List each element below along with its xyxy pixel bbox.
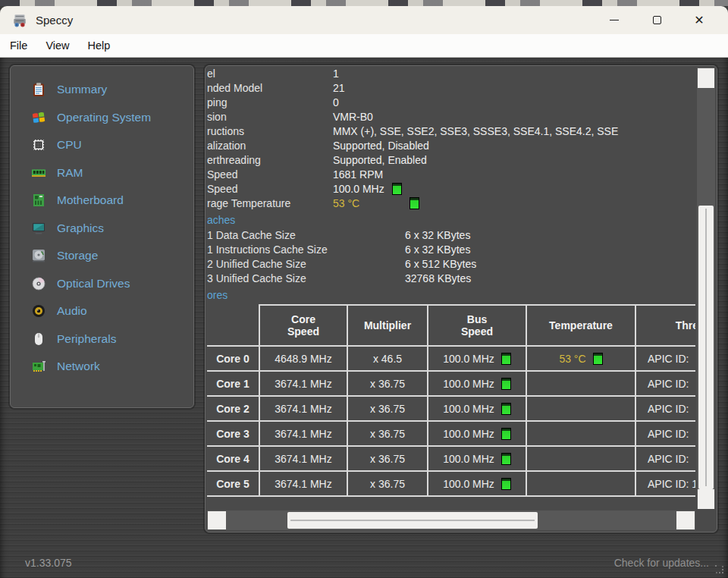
col-header-temperature: Temperature — [526, 305, 635, 346]
ram-icon — [31, 165, 46, 181]
field-row: 3 Unified Cache Size32768 KBytes — [207, 272, 695, 286]
sidebar-item-motherboard[interactable]: Motherboard — [11, 187, 193, 215]
chip-icon — [31, 137, 46, 152]
cpu-details: el1 nded Model21 ping0 sionVMR-B0 ructio… — [207, 67, 695, 509]
horizontal-scrollbar[interactable] — [207, 510, 695, 530]
temperature-gauge — [410, 197, 419, 209]
sidebar-item-label: Network — [57, 360, 100, 373]
field-row: el1 — [207, 67, 695, 81]
level-gauge — [392, 183, 402, 195]
scroll-left-button[interactable] — [208, 511, 226, 529]
clipboard-icon — [31, 82, 46, 97]
col-header-multiplier: Multiplier — [347, 305, 428, 346]
field-row: 2 Unified Cache Size6 x 512 KBytes — [207, 257, 695, 272]
minimize-button[interactable] — [593, 6, 635, 34]
col-header-bus-speed: Bus Speed — [456, 313, 498, 338]
field-row: sionVMR-B0 — [207, 110, 695, 124]
sidebar-item-ram[interactable]: RAM — [11, 159, 193, 187]
bus-speed-gauge — [501, 428, 511, 440]
close-icon: ✕ — [694, 14, 704, 27]
menu-help[interactable]: Help — [88, 39, 111, 52]
app-body: Summary Operating System CPU RAM Motherb… — [0, 58, 728, 578]
sidebar-item-cpu[interactable]: CPU — [11, 131, 193, 159]
vertical-scroll-thumb[interactable] — [698, 206, 714, 489]
sidebar-item-audio[interactable]: Audio — [11, 297, 193, 325]
sidebar-item-network[interactable]: Network — [11, 353, 193, 381]
caches-section-header: aches — [207, 213, 695, 228]
sidebar-item-storage[interactable]: Storage — [11, 242, 193, 270]
sidebar-item-peripherals[interactable]: Peripherals — [11, 325, 193, 353]
sidebar-item-summary[interactable]: Summary — [11, 76, 193, 104]
field-row: Speed1681 RPM — [207, 168, 695, 182]
speaker-icon — [31, 303, 46, 319]
sidebar-item-label: Optical Drives — [57, 277, 130, 291]
cores-table: Core Speed Multiplier Bus Speed Temperat… — [207, 304, 695, 497]
maximize-button[interactable] — [635, 6, 678, 34]
table-row: Core 0 4648.9 MHz x 46.5 100.0 MHz 53 °C… — [207, 346, 695, 371]
check-for-updates-link[interactable]: Check for updates... — [614, 557, 709, 569]
sidebar-item-optical-drives[interactable]: Optical Drives — [11, 270, 193, 298]
sidebar-item-label: Summary — [57, 83, 107, 96]
temperature-gauge — [593, 353, 603, 365]
sidebar-item-label: Peripherals — [57, 332, 116, 346]
menubar: File View Help — [0, 34, 728, 58]
scroll-up-button[interactable] — [698, 68, 714, 88]
sidebar-item-label: Storage — [57, 249, 98, 262]
speccy-window: Speccy ✕ File View Help Summary Operatin… — [0, 0, 728, 578]
sidebar-item-operating-system[interactable]: Operating System — [11, 104, 193, 132]
sidebar-item-label: Motherboard — [57, 193, 124, 207]
sidebar-item-label: Audio — [57, 304, 87, 318]
scroll-right-button[interactable] — [676, 511, 695, 529]
sidebar-item-label: RAM — [57, 166, 83, 180]
field-row: alizationSupported, Disabled — [207, 139, 695, 153]
field-row: nded Model21 — [207, 81, 695, 96]
table-row: Core 3 3674.1 MHz x 36.75 100.0 MHz APIC… — [207, 421, 695, 446]
table-header-row: Core Speed Multiplier Bus Speed Temperat… — [207, 305, 695, 346]
titlebar: Speccy ✕ — [0, 6, 728, 34]
sidebar: Summary Operating System CPU RAM Motherb… — [10, 65, 194, 408]
corner-cell — [207, 305, 259, 346]
bus-speed-gauge — [501, 378, 511, 390]
table-row: Core 4 3674.1 MHz x 36.75 100.0 MHz APIC… — [207, 446, 695, 471]
cpu-content-panel: el1 nded Model21 ping0 sionVMR-B0 ructio… — [205, 65, 717, 532]
sidebar-item-graphics[interactable]: Graphics — [11, 215, 193, 243]
version-label: v1.33.075 — [25, 557, 72, 569]
network-card-icon — [31, 359, 46, 374]
table-row: Core 1 3674.1 MHz x 36.75 100.0 MHz APIC… — [207, 371, 695, 396]
speccy-app-icon — [11, 12, 28, 29]
field-row: Speed100.0 MHz — [207, 182, 695, 196]
scroll-down-button[interactable] — [698, 489, 714, 509]
harddisk-icon — [31, 248, 46, 263]
menu-file[interactable]: File — [10, 39, 27, 52]
sidebar-item-label: Graphics — [57, 221, 104, 235]
table-row: Core 5 3674.1 MHz x 36.75 100.0 MHz APIC… — [207, 471, 695, 496]
mouse-icon — [31, 331, 46, 347]
bus-speed-gauge — [501, 453, 511, 465]
horizontal-scroll-thumb[interactable] — [287, 512, 538, 529]
statusbar: v1.33.075 Check for updates... — [0, 548, 728, 578]
menu-view[interactable]: View — [46, 39, 69, 52]
maximize-icon — [653, 16, 661, 24]
vertical-scrollbar[interactable] — [697, 68, 715, 509]
monitor-icon — [31, 221, 46, 236]
caches-section: 1 Data Cache Size6 x 32 KBytes 1 Instruc… — [207, 228, 695, 286]
disc-icon — [31, 276, 46, 291]
minimize-icon — [610, 20, 619, 20]
col-header-core-speed: Core Speed — [282, 313, 325, 338]
motherboard-icon — [31, 193, 46, 208]
background-window-sliver — [0, 0, 728, 6]
field-row: ping0 — [207, 96, 695, 110]
field-row: 1 Instructions Cache Size6 x 32 KBytes — [207, 243, 695, 257]
bus-speed-gauge — [501, 403, 511, 415]
field-row: 1 Data Cache Size6 x 32 KBytes — [207, 228, 695, 243]
close-button[interactable]: ✕ — [678, 6, 720, 34]
resize-grip-icon[interactable] — [715, 565, 724, 574]
cores-section-header: ores — [207, 288, 695, 303]
bus-speed-gauge — [501, 478, 511, 490]
field-row: rage Temperature53 °C — [207, 196, 695, 211]
table-row: Core 2 3674.1 MHz x 36.75 100.0 MHz APIC… — [207, 396, 695, 421]
window-title: Speccy — [36, 14, 73, 27]
windows-icon — [31, 110, 46, 125]
field-row: erthreadingSupported, Enabled — [207, 153, 695, 168]
bus-speed-gauge — [501, 353, 511, 365]
